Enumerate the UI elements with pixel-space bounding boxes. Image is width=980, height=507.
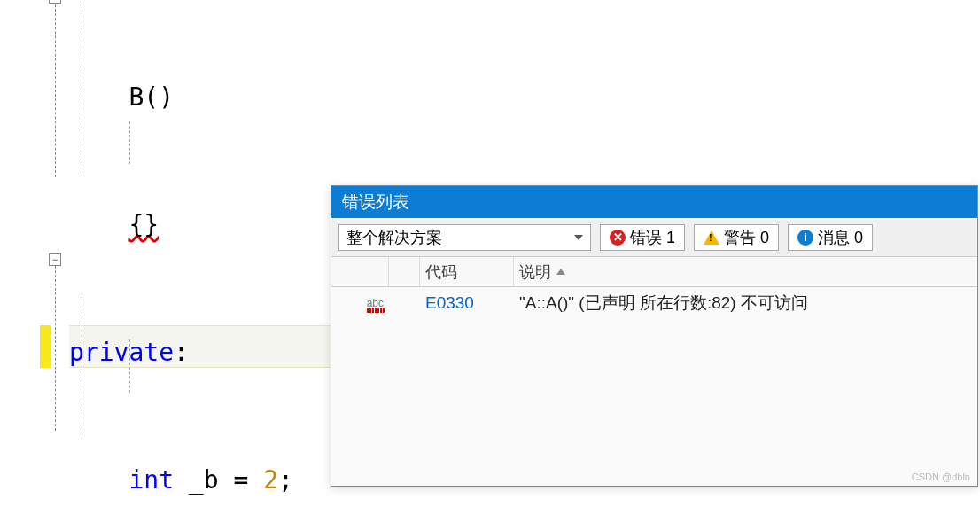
table-header: 代码 说明 <box>331 257 977 287</box>
warnings-filter-button[interactable]: 警告 0 <box>694 224 779 251</box>
errors-filter-button[interactable]: ✕ 错误 1 <box>600 224 685 251</box>
watermark: CSDN @dbln <box>912 472 970 482</box>
error-code: E0330 <box>420 293 514 313</box>
fold-toggle-icon[interactable]: − <box>49 254 61 266</box>
info-icon: i <box>797 230 813 246</box>
header-code[interactable]: 代码 <box>420 257 514 286</box>
scope-dropdown[interactable]: 整个解决方案 <box>338 224 591 251</box>
error-icon: ✕ <box>610 230 626 246</box>
error-list-panel: 错误列表 整个解决方案 ✕ 错误 1 警告 0 i 消息 0 代码 说明 a <box>331 185 978 487</box>
fold-toggle-icon[interactable]: − <box>49 0 61 4</box>
brace-error: {} <box>128 210 159 239</box>
error-row[interactable]: abc E0330 "A::A()" (已声明 所在行数:82) 不可访问 <box>331 287 977 319</box>
panel-title: 错误列表 <box>331 186 977 218</box>
warning-icon <box>704 230 719 245</box>
intellisense-icon: abc <box>367 297 384 309</box>
keyword-int: int <box>128 465 174 495</box>
gutter: − − <box>0 0 66 507</box>
code-content: B() {} private: int _b = 2; }; int main(… <box>69 0 293 507</box>
ctor-name: B() <box>128 82 174 112</box>
chevron-down-icon <box>574 235 583 240</box>
panel-toolbar: 整个解决方案 ✕ 错误 1 警告 0 i 消息 0 <box>331 218 977 257</box>
sort-ascending-icon <box>556 269 565 275</box>
error-description: "A::A()" (已声明 所在行数:82) 不可访问 <box>514 292 977 315</box>
dropdown-label: 整个解决方案 <box>346 227 442 248</box>
header-description[interactable]: 说明 <box>514 257 977 286</box>
keyword-private: private <box>69 338 174 367</box>
messages-filter-button[interactable]: i 消息 0 <box>788 224 873 251</box>
